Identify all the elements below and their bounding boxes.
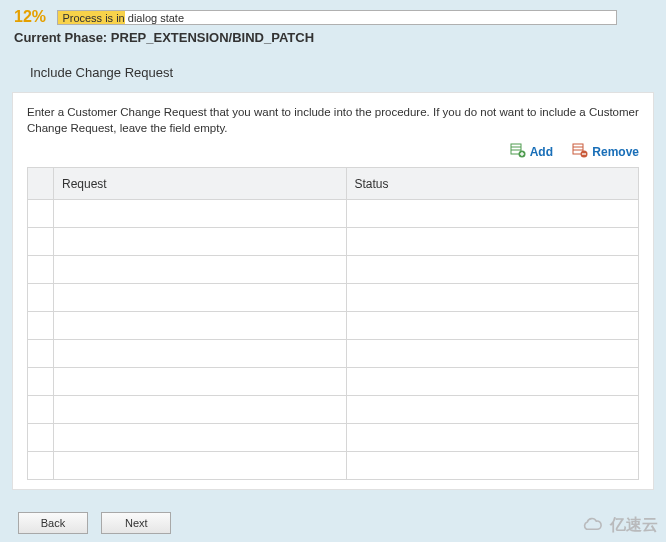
status-cell xyxy=(346,368,639,396)
row-selector-cell[interactable] xyxy=(28,312,54,340)
table-row[interactable] xyxy=(28,200,639,228)
table-toolbar: Add Remove xyxy=(27,142,639,161)
progress-text: Process is in dialog state xyxy=(62,12,184,24)
status-column-header: Status xyxy=(346,168,639,200)
back-button[interactable]: Back xyxy=(18,512,88,534)
row-selector-cell[interactable] xyxy=(28,396,54,424)
add-button[interactable]: Add xyxy=(510,142,553,161)
watermark: 亿速云 xyxy=(580,515,658,536)
request-cell[interactable] xyxy=(54,424,347,452)
request-cell[interactable] xyxy=(54,200,347,228)
row-selector-cell[interactable] xyxy=(28,228,54,256)
progress-percent: 12% xyxy=(14,8,46,26)
status-cell xyxy=(346,424,639,452)
table-row[interactable] xyxy=(28,452,639,480)
row-selector-cell[interactable] xyxy=(28,200,54,228)
footer-bar: Back Next xyxy=(0,504,666,542)
remove-row-icon xyxy=(572,142,588,161)
status-cell xyxy=(346,200,639,228)
table-row[interactable] xyxy=(28,396,639,424)
table-row[interactable] xyxy=(28,256,639,284)
watermark-text: 亿速云 xyxy=(610,515,658,536)
status-cell xyxy=(346,256,639,284)
status-cell xyxy=(346,396,639,424)
row-selector-cell[interactable] xyxy=(28,368,54,396)
request-cell[interactable] xyxy=(54,452,347,480)
remove-button[interactable]: Remove xyxy=(572,142,639,161)
status-cell xyxy=(346,340,639,368)
change-request-table: Request Status xyxy=(27,167,639,480)
instruction-text: Enter a Customer Change Request that you… xyxy=(27,105,639,136)
add-button-label: Add xyxy=(530,145,553,159)
row-selector-cell[interactable] xyxy=(28,452,54,480)
row-selector-cell[interactable] xyxy=(28,340,54,368)
page-title: Include Change Request xyxy=(30,65,666,80)
header-bar: 12% Process is in dialog state Current P… xyxy=(0,0,666,51)
table-row[interactable] xyxy=(28,340,639,368)
request-cell[interactable] xyxy=(54,256,347,284)
status-cell xyxy=(346,228,639,256)
table-row[interactable] xyxy=(28,312,639,340)
request-cell[interactable] xyxy=(54,284,347,312)
progress-bar: Process is in dialog state xyxy=(57,10,617,25)
table-row[interactable] xyxy=(28,228,639,256)
cloud-icon xyxy=(580,517,606,535)
phase-value: PREP_EXTENSION/BIND_PATCH xyxy=(111,30,314,45)
remove-button-label: Remove xyxy=(592,145,639,159)
table-row[interactable] xyxy=(28,284,639,312)
request-column-header: Request xyxy=(54,168,347,200)
row-selector-cell[interactable] xyxy=(28,256,54,284)
table-header-row: Request Status xyxy=(28,168,639,200)
selector-column-header xyxy=(28,168,54,200)
row-selector-cell[interactable] xyxy=(28,424,54,452)
status-cell xyxy=(346,452,639,480)
phase-label: Current Phase: xyxy=(14,30,107,45)
request-cell[interactable] xyxy=(54,312,347,340)
request-cell[interactable] xyxy=(54,228,347,256)
row-selector-cell[interactable] xyxy=(28,284,54,312)
request-cell[interactable] xyxy=(54,368,347,396)
next-button[interactable]: Next xyxy=(101,512,171,534)
status-cell xyxy=(346,284,639,312)
status-cell xyxy=(346,312,639,340)
request-cell[interactable] xyxy=(54,340,347,368)
table-row[interactable] xyxy=(28,424,639,452)
main-panel: Enter a Customer Change Request that you… xyxy=(12,92,654,490)
table-row[interactable] xyxy=(28,368,639,396)
current-phase: Current Phase: PREP_EXTENSION/BIND_PATCH xyxy=(14,30,652,45)
request-cell[interactable] xyxy=(54,396,347,424)
add-row-icon xyxy=(510,142,526,161)
